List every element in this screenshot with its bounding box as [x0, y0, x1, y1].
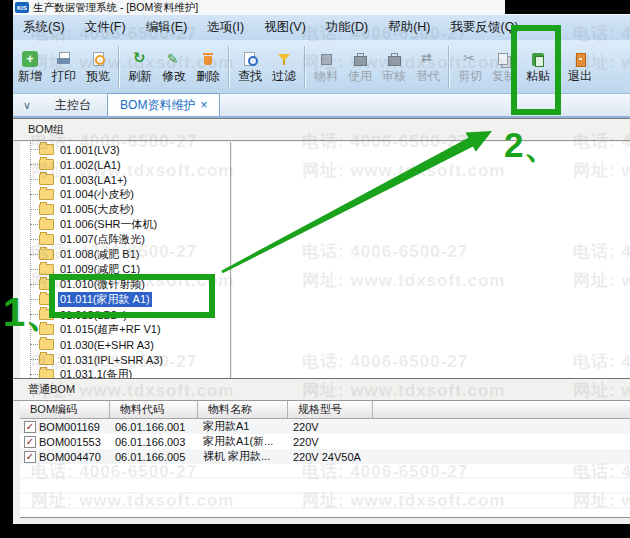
table-row[interactable]: ✓BOM00155306.01.166.003家用款A1(新...220V [20, 434, 630, 449]
tree-item-label: 01.002(LA1) [58, 159, 123, 171]
tab-bom-maintenance[interactable]: BOM资料维护× [107, 93, 220, 116]
toolbar-button-label: 刷新 [128, 68, 152, 85]
tree-item[interactable]: 01.006(SHR一体机) [20, 217, 230, 232]
toolbar-button-filter[interactable]: 过滤 [267, 49, 301, 85]
tree-item[interactable]: 01.007(点阵激光) [20, 232, 230, 247]
toolbar-button-cut: 剪切 [453, 49, 487, 85]
menu-item-edit[interactable]: 编辑(E) [136, 19, 198, 36]
tree-item-label: 01.006(SHR一体机) [58, 217, 159, 232]
tree-item-label: 01.030(E+SHR A3) [58, 339, 156, 351]
tab-strip: ∨ 主控台BOM资料维护× [13, 94, 630, 118]
tree-item[interactable]: 01.013(LB2+) [20, 307, 230, 322]
table-empty-area [20, 464, 630, 517]
tree-item[interactable]: 01.001(LV3) [20, 142, 230, 157]
window-title: 生产数据管理系统 - [BOM资料维护] [33, 1, 198, 15]
table-cell: ✓BOM004470 [20, 451, 110, 463]
menu-item-help[interactable]: 帮助(H) [378, 19, 440, 36]
tree-item[interactable]: 01.009(减肥 C1) [20, 262, 230, 277]
menu-bar: 系统(S)文件(F)编辑(E)选项(I)视图(V)功能(D)帮助(H)我要反馈(… [13, 15, 630, 40]
exit-icon [572, 51, 588, 67]
table-cell: 06.01.166.001 [110, 421, 198, 433]
column-header[interactable]: 物料代码 [110, 401, 198, 418]
tree-item[interactable]: 01.003(LA1+) [20, 172, 230, 187]
toolbar-separator [118, 46, 120, 88]
column-header[interactable]: BOM编码 [20, 401, 110, 418]
column-header[interactable]: 规格型号 [288, 401, 373, 418]
paste-icon [530, 51, 546, 67]
copy-icon [496, 51, 512, 67]
folder-icon [39, 189, 54, 200]
folder-icon [39, 219, 54, 230]
table-cell: 家用款A1(新... [198, 434, 288, 449]
table-header: BOM编码物料代码物料名称规格型号 [20, 401, 630, 419]
tree-item-label: 01.011(家用款 A1) [58, 292, 152, 307]
toolbar-button-copy: 复制 [487, 49, 521, 85]
tree-item[interactable]: 01.030(E+SHR A3) [20, 337, 230, 352]
find-icon [242, 51, 258, 67]
menu-item-feedback[interactable]: 我要反馈(Q) [441, 19, 529, 36]
toolbar-button-find[interactable]: 查找 [233, 49, 267, 85]
tab-list-chevron-icon[interactable]: ∨ [17, 99, 39, 116]
toolbar-separator [558, 46, 560, 88]
menu-item-file[interactable]: 文件(F) [75, 19, 136, 36]
toolbar-button-add[interactable]: 新增 [13, 49, 47, 85]
table-cell: 06.01.166.005 [110, 451, 198, 463]
toolbar-button-label: 退出 [568, 68, 592, 85]
bom-table: BOM编码物料代码物料名称规格型号 ✓BOM00116906.01.166.00… [20, 401, 630, 518]
tree-item[interactable]: 01.002(LA1) [20, 157, 230, 172]
toolbar-button-exit[interactable]: 退出 [563, 49, 597, 85]
table-row[interactable]: ✓BOM00447006.01.166.005裸机 家用款...220V 24V… [20, 449, 630, 464]
tree-item[interactable]: 01.005(大皮秒) [20, 202, 230, 217]
toolbar-button-label: 修改 [162, 68, 186, 85]
table-cell: 220V [288, 436, 373, 448]
tree-item[interactable]: 01.011(家用款 A1) [20, 292, 230, 307]
toolbar-button-delete[interactable]: 删除 [191, 49, 225, 85]
table-panel-header: 普通BOM [13, 378, 630, 401]
toolbar-button-edit[interactable]: 修改 [157, 49, 191, 85]
folder-icon [39, 264, 54, 275]
toolbar-button-label: 打印 [52, 68, 76, 85]
tree-item[interactable]: 01.015(超声+RF V1) [20, 322, 230, 337]
menu-item-function[interactable]: 功能(D) [316, 19, 378, 36]
menu-item-options[interactable]: 选项(I) [197, 19, 254, 36]
row-checkbox[interactable]: ✓ [24, 436, 36, 448]
toolbar-button-label: 删除 [196, 68, 220, 85]
table-cell: 220V 24V50A [288, 451, 373, 463]
filter-icon [276, 51, 292, 67]
toolbar-button-paste[interactable]: 粘贴 [521, 49, 555, 85]
menu-item-view[interactable]: 视图(V) [254, 19, 316, 36]
toolbar-separator [304, 46, 306, 88]
folder-icon [39, 279, 54, 290]
tree-item[interactable]: 01.004(小皮秒) [20, 187, 230, 202]
audit-icon [386, 51, 402, 67]
folder-icon [39, 309, 54, 320]
desktop-corner-patch [505, 0, 630, 14]
tree-item[interactable]: 01.031.1(备用) [20, 367, 230, 378]
toolbar-button-label: 使用 [348, 68, 372, 85]
tree-item-label: 01.010(微针射频) [58, 277, 147, 292]
row-checkbox[interactable]: ✓ [24, 421, 36, 433]
tree-item-label: 01.013(LB2+) [58, 309, 129, 321]
table-cell: 220V [288, 421, 373, 433]
toolbar-button-preview[interactable]: 预览 [81, 49, 115, 85]
table-cell: 家用款A1 [198, 419, 288, 434]
toolbar-button-refresh[interactable]: 刷新 [123, 49, 157, 85]
column-header[interactable]: 物料名称 [198, 401, 288, 418]
tab-console[interactable]: 主控台 [43, 94, 103, 116]
tab-close-icon[interactable]: × [200, 98, 207, 112]
table-row[interactable]: ✓BOM00116906.01.166.001家用款A1220V [20, 419, 630, 434]
tree-item-label: 01.004(小皮秒) [58, 187, 136, 202]
table-panel-title: 普通BOM [28, 382, 75, 397]
toolbar-button-label: 粘贴 [526, 68, 550, 85]
toolbar-button-print[interactable]: 打印 [47, 49, 81, 85]
use-icon [352, 51, 368, 67]
tree-item[interactable]: 01.010(微针射频) [20, 277, 230, 292]
tree-item[interactable]: 01.031(IPL+SHR A3) [20, 352, 230, 367]
tree-item-label: 01.008(减肥 B1) [58, 247, 141, 262]
folder-icon [39, 234, 54, 245]
folder-icon [39, 324, 54, 335]
row-checkbox[interactable]: ✓ [24, 451, 36, 463]
toolbar-button-label: 审核 [382, 68, 406, 85]
menu-item-system[interactable]: 系统(S) [13, 19, 75, 36]
tree-item[interactable]: 01.008(减肥 B1) [20, 247, 230, 262]
